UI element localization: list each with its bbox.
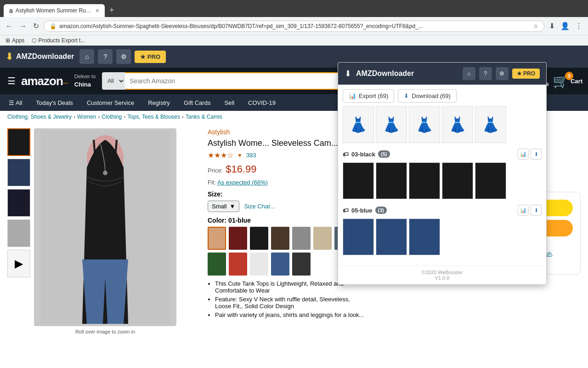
download-manager-button[interactable]: ⬇ bbox=[547, 20, 557, 32]
active-tab[interactable]: a Astylish Women Summer Ruffle... × bbox=[4, 4, 105, 17]
deliver-to[interactable]: Deliver to China bbox=[74, 73, 96, 89]
main-product-image[interactable] bbox=[34, 128, 176, 326]
browser-toolbar: ← → ↻ 🔒 amazon.com/Astylish-Summer-Spagh… bbox=[0, 17, 588, 35]
color-swatch-8[interactable] bbox=[208, 253, 226, 276]
black-thumb-5[interactable] bbox=[475, 162, 506, 199]
white-thumb-2[interactable]: 👗 bbox=[376, 106, 407, 143]
tab-title: Astylish Women Summer Ruffle... bbox=[16, 7, 93, 14]
thumbnail-2[interactable] bbox=[7, 159, 30, 186]
section-blue-export-button[interactable]: 📊 bbox=[518, 205, 529, 216]
section-black-export-button[interactable]: 📊 bbox=[518, 149, 529, 160]
blue-thumb-2[interactable] bbox=[376, 218, 407, 255]
breadcrumb-tanks[interactable]: Tanks & Camis bbox=[186, 114, 222, 120]
color-swatch-1[interactable] bbox=[208, 227, 226, 250]
breadcrumb-clothing[interactable]: Clothing bbox=[102, 114, 122, 120]
amz-overlay-home-button[interactable]: ⌂ bbox=[463, 67, 475, 80]
size-chart-link[interactable]: Size Char... bbox=[244, 203, 275, 210]
nav-todays-deals[interactable]: Today's Deals bbox=[33, 97, 76, 109]
blue-thumb-1[interactable] bbox=[343, 218, 374, 255]
section-blue-download-button[interactable]: ⬇ bbox=[531, 205, 542, 216]
breadcrumb-women[interactable]: Women bbox=[77, 114, 96, 120]
amz-black-images bbox=[343, 162, 542, 199]
amz-help-button[interactable]: ? bbox=[98, 49, 113, 64]
amz-overlay-settings-button[interactable]: ⚙ bbox=[496, 67, 509, 80]
bookmark-star-icon[interactable]: ☆ bbox=[533, 23, 538, 29]
blue-thumb-3[interactable] bbox=[409, 218, 440, 255]
color-swatch-10[interactable] bbox=[250, 253, 268, 276]
nav-sell[interactable]: Sell bbox=[221, 97, 237, 109]
amz-home-button[interactable]: ⌂ bbox=[79, 49, 94, 64]
amz-overlay-pro-button[interactable]: ★ PRO bbox=[512, 69, 540, 79]
nav-customer-service[interactable]: Customer Service bbox=[84, 97, 137, 109]
menu-button[interactable]: ⋮ bbox=[573, 20, 584, 32]
color-swatch-6[interactable] bbox=[313, 227, 332, 250]
products-export-bookmark[interactable]: ⬡ Products Export t... bbox=[32, 37, 85, 44]
breadcrumb-tops[interactable]: Tops, Tees & Blouses bbox=[127, 114, 180, 120]
tab-close-button[interactable]: × bbox=[96, 7, 99, 14]
white-thumb-1[interactable]: 👗 bbox=[343, 106, 374, 143]
size-value: Small bbox=[212, 203, 227, 210]
thumbnail-5-video[interactable]: ▶ bbox=[7, 250, 30, 277]
color-swatch-2[interactable] bbox=[229, 227, 247, 250]
hamburger-menu-button[interactable]: ☰ bbox=[6, 74, 17, 88]
bookmarks-bar: ⊞ Apps ⬡ Products Export t... bbox=[0, 35, 588, 46]
forward-button[interactable]: → bbox=[17, 20, 28, 32]
section-download-icon: ⬇ bbox=[534, 151, 538, 157]
image-gallery: ▶ bbox=[7, 128, 200, 335]
export-button[interactable]: 📊 Export (69) bbox=[343, 89, 394, 103]
nav-covid19[interactable]: COVID-19 bbox=[245, 97, 279, 109]
amz-section-blue-header: 🏷 05-blue (3) 📊 ⬇ bbox=[343, 205, 542, 216]
bookmark-icon: ⬡ bbox=[32, 37, 36, 44]
black-thumb-3[interactable] bbox=[409, 162, 440, 199]
amz-overlay-content: 📊 Export (69) ⬇ Download (69) 👗 👗 👗 👗 👗 bbox=[338, 85, 546, 265]
amz-section-black-title: 🏷 03-black (5) bbox=[343, 150, 390, 158]
back-button[interactable]: ← bbox=[4, 20, 15, 32]
cart-icon[interactable]: 🛒 0 Cart bbox=[553, 74, 582, 89]
nav-registry[interactable]: Registry bbox=[145, 97, 173, 109]
thumbnail-1[interactable] bbox=[7, 128, 30, 156]
download-button[interactable]: ⬇ Download (69) bbox=[398, 89, 457, 103]
nav-gift-cards[interactable]: Gift Cards bbox=[181, 97, 214, 109]
breadcrumb-clothing-shoes[interactable]: Clothing, Shoes & Jewelry bbox=[7, 114, 72, 120]
brand-link[interactable]: Astylish bbox=[208, 128, 230, 136]
deliver-location: China bbox=[74, 80, 96, 89]
black-thumb-1[interactable] bbox=[343, 162, 374, 199]
reload-button[interactable]: ↻ bbox=[31, 20, 41, 32]
section-export-icon: 📊 bbox=[520, 151, 526, 157]
white-thumb-5[interactable]: 👗 bbox=[475, 106, 506, 143]
tab-favicon: a bbox=[9, 7, 13, 14]
search-category-dropdown[interactable]: All bbox=[102, 72, 125, 90]
color-swatch-11[interactable] bbox=[271, 253, 289, 276]
thumbnail-4[interactable] bbox=[7, 219, 30, 247]
fit-link[interactable]: As expected (66%) bbox=[217, 179, 268, 186]
amz-ext-actions: ⌂ ? ⚙ ★ PRO bbox=[79, 49, 166, 64]
black-thumb-4[interactable] bbox=[442, 162, 473, 199]
address-bar[interactable]: 🔒 amazon.com/Astylish-Summer-Spaghetti-S… bbox=[44, 21, 544, 32]
color-swatch-3[interactable] bbox=[250, 227, 268, 250]
amz-section-black-count: (5) bbox=[378, 150, 390, 158]
white-thumb-3[interactable]: 👗 bbox=[409, 106, 440, 143]
color-swatch-9[interactable] bbox=[229, 253, 247, 276]
logo-smile: ﹋ bbox=[63, 81, 68, 89]
color-swatch-5[interactable] bbox=[292, 227, 311, 250]
new-tab-button[interactable]: + bbox=[106, 4, 118, 17]
color-swatch-4[interactable] bbox=[271, 227, 289, 250]
amz-pro-button[interactable]: ★ PRO bbox=[135, 51, 166, 63]
size-dropdown[interactable]: Small ▼ bbox=[208, 201, 239, 212]
nav-all[interactable]: ☰ All bbox=[6, 97, 25, 109]
profile-button[interactable]: 👤 bbox=[559, 20, 571, 32]
color-swatch-12[interactable] bbox=[292, 253, 311, 276]
amz-overlay-header: ⬇ AMZDownloader ⌂ ? ⚙ ★ PRO bbox=[338, 63, 546, 85]
amz-settings-button[interactable]: ⚙ bbox=[116, 49, 131, 64]
thumbnail-3[interactable] bbox=[7, 189, 30, 217]
white-thumb-4[interactable]: 👗 bbox=[442, 106, 473, 143]
star-rating[interactable]: ★★★☆ bbox=[208, 151, 233, 160]
logo-text: amazon bbox=[21, 74, 63, 88]
rating-count[interactable]: 393 bbox=[246, 152, 256, 159]
amz-overlay-help-button[interactable]: ? bbox=[479, 67, 492, 80]
section-black-download-button[interactable]: ⬇ bbox=[531, 149, 542, 160]
download-icon: ⬇ bbox=[6, 51, 13, 62]
black-thumb-2[interactable] bbox=[376, 162, 407, 199]
bullet-2: Feature: Sexy V Neck with ruffle detail,… bbox=[215, 296, 368, 310]
apps-bookmark[interactable]: ⊞ Apps bbox=[6, 37, 24, 44]
